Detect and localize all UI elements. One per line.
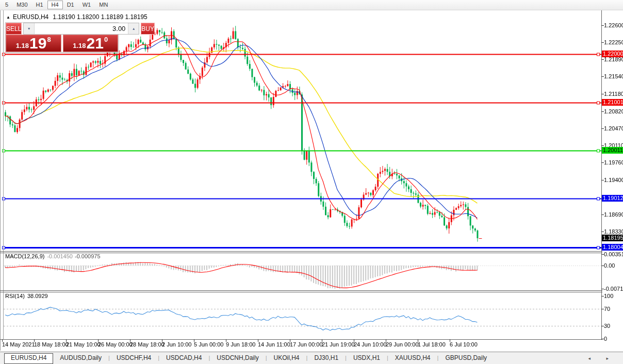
trading-terminal: 5M30H1H4D1W1MN ▲EURUSD,H41.18190 1.18200…: [0, 0, 623, 364]
price-tick-label: 1.20470: [604, 125, 623, 131]
rsi-tick-label: 0: [604, 336, 607, 342]
chart-tabs: EURUSD,H4AUDUSD,Daily|USDCHF,H4|USDCAD,H…: [0, 353, 494, 364]
date-tick-label: 28 May 18:00: [130, 341, 165, 348]
chart-tab-xauusd[interactable]: XAUUSD,H4: [388, 353, 437, 363]
timeframe-button-5[interactable]: 5: [1, 1, 12, 9]
date-tick-label: 14 Jun 11:00: [258, 341, 290, 348]
chart-tab-gbpusd[interactable]: GBPUSD,Daily: [438, 353, 494, 363]
date-tick-label: 24 Jun 10:00: [354, 341, 387, 348]
volume-input[interactable]: [35, 23, 128, 34]
hline-price-label: 1.20011: [602, 147, 623, 154]
buy-price-point: 0: [104, 36, 108, 43]
timeframe-button-w1[interactable]: W1: [78, 1, 95, 9]
buy-price-base: 1.18: [73, 42, 86, 49]
ohlc-values: 1.18190 1.18200 1.18189 1.18195: [53, 13, 147, 21]
macd-name: MACD(12,26,9): [5, 253, 44, 259]
sell-price-display[interactable]: 1.18 19 8: [6, 35, 61, 52]
date-tick-label: 18 May 18:00: [34, 341, 69, 348]
date-tick-label: 1 Jul 18:00: [418, 341, 446, 348]
date-tick-label: 17 Jun 00:00: [290, 341, 323, 348]
timeframe-button-m30[interactable]: M30: [12, 1, 31, 9]
price-tick-label: 1.22250: [604, 39, 623, 45]
current-price-label: 1.18195: [602, 235, 623, 241]
buy-price-pips: 21: [87, 36, 104, 51]
macd-tick-label: 0.00: [604, 262, 615, 269]
price-tick-label: 1.19760: [604, 159, 623, 166]
sell-price-base: 1.18: [16, 42, 29, 49]
sell-button[interactable]: SELL: [6, 23, 22, 35]
price-tick-label: 1.22600: [604, 22, 623, 28]
macd-indicator-label: MACD(12,26,9)-0.001450-0.000975: [5, 253, 101, 259]
date-tick-label: 26 May 00:00: [98, 341, 133, 348]
price-tick-label: 1.18690: [604, 211, 623, 218]
chart-tab-ukoil[interactable]: UKOil,H4: [267, 353, 306, 363]
macd-tick-label: 0.003515: [604, 251, 623, 257]
chart-tab-usdcad[interactable]: USDCAD,H4: [159, 353, 208, 363]
macd-signal-value: -0.000975: [75, 253, 101, 259]
chart-tab-usdcnh[interactable]: USDCNH,Daily: [210, 353, 265, 363]
hline-price-label: 1.22000: [602, 51, 623, 57]
chart-title: ▲EURUSD,H41.18190 1.18200 1.18189 1.1819…: [6, 13, 147, 21]
macd-value: -0.001450: [47, 253, 73, 259]
hline-price-label: 1.19012: [602, 195, 623, 202]
timeframe-button-d1[interactable]: D1: [63, 1, 78, 9]
buy-button[interactable]: BUY: [141, 23, 155, 35]
one-click-trading-panel: SELL ▾ ▴ BUY 1.18 19 8 1.18 21 0: [5, 22, 119, 53]
date-tick-label: 14 May 2021: [2, 341, 35, 348]
date-tick-label: 5 Jun 00:00: [194, 341, 224, 348]
candlestick-chart[interactable]: [0, 10, 623, 352]
date-tick-label: 21 Jun 19:00: [322, 341, 355, 348]
volume-decrease-button[interactable]: ▾: [24, 23, 35, 34]
price-tick-label: 1.21890: [604, 56, 623, 62]
date-tick-label: 9 Jun 18:00: [226, 341, 256, 348]
timeframe-button-h1[interactable]: H1: [32, 1, 47, 9]
hline-price-label: 1.21001: [602, 99, 623, 106]
chart-tab-usdchf[interactable]: USDCHF,H4: [110, 353, 158, 363]
buy-price-display[interactable]: 1.18 21 0: [63, 35, 119, 52]
macd-tick-label: -0.007178: [604, 286, 623, 292]
date-tick-label: 29 Jun 00:00: [386, 341, 419, 348]
rsi-tick-label: 30: [604, 323, 610, 329]
rsi-name: RSI(14): [5, 293, 25, 299]
price-tick-label: 1.18330: [604, 228, 623, 235]
chart-tab-usdx[interactable]: USDX,H1: [347, 353, 387, 363]
price-tick-label: 1.21540: [604, 73, 623, 79]
volume-increase-button[interactable]: ▴: [128, 23, 139, 34]
chart-tab-audusd[interactable]: AUDUSD,Daily: [53, 353, 108, 363]
tab-scroll-arrows[interactable]: ◂ ▸: [588, 356, 616, 361]
price-tick-label: 1.20820: [604, 108, 623, 114]
sell-price-point: 8: [47, 36, 51, 43]
rsi-value: 38.0929: [27, 293, 48, 299]
date-tick-label: 2 Jun 10:00: [162, 341, 192, 348]
timeframe-button-mn[interactable]: MN: [95, 1, 112, 9]
timeframe-toolbar: 5M30H1H4D1W1MN: [0, 0, 623, 10]
volume-spinner: ▾ ▴: [23, 23, 139, 35]
collapse-arrow-icon: ▲: [6, 15, 10, 20]
chart-tab-dj30[interactable]: DJ30,H1: [307, 353, 345, 363]
price-tick-label: 1.19400: [604, 177, 623, 183]
chart-window: ▲EURUSD,H41.18190 1.18200 1.18189 1.1819…: [0, 10, 623, 352]
date-tick-label: 21 May 10:00: [66, 341, 101, 348]
chart-tab-bar: EURUSD,H4AUDUSD,Daily|USDCHF,H4|USDCAD,H…: [0, 352, 623, 364]
rsi-indicator-label: RSI(14)38.0929: [5, 293, 48, 299]
hline-price-label: 1.18004: [602, 244, 623, 251]
timeframe-button-h4[interactable]: H4: [47, 1, 63, 9]
chart-tab-eurusd[interactable]: EURUSD,H4: [4, 353, 53, 364]
price-tick-label: 1.21180: [604, 91, 623, 97]
rsi-tick-label: 70: [604, 306, 610, 312]
symbol-period-label: EURUSD,H4: [13, 13, 48, 21]
sell-price-pips: 19: [29, 36, 46, 51]
rsi-tick-label: 100: [604, 293, 613, 299]
date-tick-label: 6 Jul 10:00: [450, 341, 478, 348]
